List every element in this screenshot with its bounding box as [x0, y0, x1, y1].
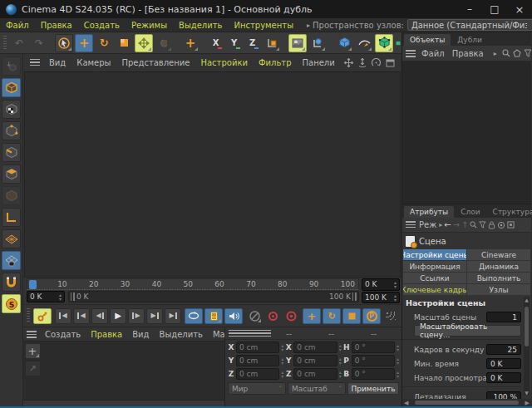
spline-pen-button[interactable]	[355, 34, 373, 52]
category-keyframes[interactable]: Ключевые кадры	[403, 284, 466, 295]
partial-tool-button[interactable]	[395, 34, 401, 52]
play-button[interactable]: ▶	[110, 308, 126, 324]
live-selection-button[interactable]	[55, 34, 73, 52]
vp-menu-panels[interactable]: Панели	[298, 58, 340, 67]
hamburger-icon[interactable]	[406, 221, 416, 229]
filter-icon[interactable]	[524, 49, 532, 57]
horizontal-scrollbar[interactable]: ◀▶	[402, 399, 531, 406]
polygons-mode-button[interactable]	[2, 165, 21, 184]
menu-modes[interactable]: Режимы	[126, 21, 173, 30]
min-time-input[interactable]: 0 K	[486, 358, 521, 369]
category-references[interactable]: Ссылки	[403, 273, 466, 283]
scale-tool-button[interactable]	[115, 34, 133, 52]
key-rotation-toggle[interactable]: ↻	[323, 308, 341, 324]
level-of-detail-input[interactable]: 100 %	[486, 391, 521, 399]
disabled-tool-button[interactable]	[155, 34, 173, 52]
home-path-icon[interactable]	[513, 49, 521, 57]
obj-menu-edit[interactable]: Правка	[450, 49, 486, 58]
menu-create[interactable]: Создать	[78, 21, 126, 30]
axis-y-lock-button[interactable]: Y	[226, 34, 243, 52]
tab-structure[interactable]: Структура	[487, 206, 532, 218]
current-frame-spinbox[interactable]: 0 K▴▾	[362, 278, 400, 291]
maximize-view-icon[interactable]	[386, 59, 395, 67]
submenu-arrow-icon[interactable]: ▸	[494, 50, 497, 57]
primitive-cube-button[interactable]	[335, 34, 353, 52]
undo-button[interactable]: ↶	[10, 34, 28, 52]
search-icon[interactable]	[470, 221, 477, 229]
hamburger-icon[interactable]	[406, 50, 416, 57]
tab-layers[interactable]: Слои	[455, 206, 485, 218]
mat-menu-select[interactable]: Выделить	[155, 330, 208, 339]
loop-mode-button[interactable]	[185, 308, 203, 324]
min-frame-spinbox[interactable]: 0 K▴▾	[27, 291, 65, 302]
move-tool-button[interactable]: +	[75, 34, 93, 52]
coordinate-system-button[interactable]	[263, 34, 281, 52]
playbar-drag-handle[interactable]	[27, 308, 30, 323]
dolly-camera-icon[interactable]	[358, 58, 367, 67]
tab-objects[interactable]: Объекты	[404, 34, 451, 46]
redo-button[interactable]: ↷	[30, 34, 48, 52]
maximize-button[interactable]: □	[482, 0, 507, 18]
preview-range-slider[interactable]: 0 K 100 K	[68, 291, 359, 302]
fps-input[interactable]: 25	[486, 344, 521, 355]
category-nodes[interactable]: Узлы	[467, 284, 530, 295]
hamburger-icon[interactable]	[27, 331, 37, 338]
apply-button[interactable]: Применить	[347, 382, 399, 395]
scale-scene-button[interactable]: Масштабировать сцену...	[414, 325, 521, 337]
vp-menu-filter[interactable]: Фильтр	[254, 58, 297, 67]
selected-object-row[interactable]: Сцена	[402, 233, 531, 249]
range-end-handle[interactable]	[352, 292, 357, 301]
size-x-input[interactable]: 0 cm	[293, 342, 337, 353]
mode-menu[interactable]: Реж	[418, 220, 437, 229]
rot-b-input[interactable]: 0 °	[352, 368, 395, 380]
vertical-scrollbar[interactable]: ▲▼	[524, 297, 530, 396]
axis-x-lock-button[interactable]: X	[208, 34, 224, 52]
snap-magnet-button[interactable]	[2, 273, 21, 292]
vp-menu-display[interactable]: Представление	[116, 58, 195, 67]
open-material-button[interactable]: ↗	[25, 361, 41, 376]
end-frame-spinbox[interactable]: 100 K▴▾	[362, 292, 400, 304]
modeling-cube-button[interactable]	[375, 34, 393, 52]
tab-takes[interactable]: Дубли	[451, 34, 488, 46]
next-frame-button[interactable]: ▶	[128, 308, 145, 324]
uv-mode-button[interactable]	[2, 186, 21, 205]
scrollbar-thumb[interactable]	[415, 401, 518, 405]
last-tool-button[interactable]	[135, 34, 153, 52]
add-material-button[interactable]: +	[25, 343, 41, 359]
axis-z-lock-button[interactable]: Z	[244, 34, 261, 52]
history-forward-icon[interactable]: →	[453, 220, 460, 229]
search-icon[interactable]	[502, 49, 510, 57]
quantize-snap-button[interactable]: S	[2, 294, 21, 313]
hamburger-icon[interactable]	[30, 59, 40, 66]
category-cineware[interactable]: Cineware	[467, 249, 530, 260]
range-start-handle[interactable]	[71, 292, 75, 301]
timeline-playhead[interactable]	[29, 280, 37, 289]
category-dynamics[interactable]: Динамика	[467, 261, 530, 272]
render-view-button[interactable]	[288, 34, 307, 52]
vp-menu-options[interactable]: Настройки	[195, 58, 252, 67]
next-key-button[interactable]: ▶	[146, 308, 163, 324]
orbit-camera-icon[interactable]	[372, 58, 381, 67]
prev-key-button[interactable]: ◀	[73, 308, 90, 324]
rot-p-input[interactable]: 0 °	[352, 355, 395, 366]
make-editable-button[interactable]	[2, 57, 21, 76]
key-position-toggle[interactable]: +	[303, 308, 321, 324]
category-scene-settings[interactable]: Настройки сцены	[403, 249, 466, 260]
object-list[interactable]	[402, 61, 531, 204]
sound-button[interactable]	[224, 308, 243, 324]
tab-attributes[interactable]: Атрибуты	[404, 206, 454, 218]
close-button[interactable]: ×	[507, 0, 532, 18]
menu-file[interactable]: Файл	[0, 21, 35, 30]
rot-h-input[interactable]: 0 °	[352, 342, 395, 353]
points-mode-button[interactable]	[2, 121, 21, 140]
filter-icon[interactable]	[479, 221, 486, 229]
obj-menu-file[interactable]: Файл	[419, 49, 447, 58]
history-back-icon[interactable]: ←	[444, 220, 451, 229]
key-pla-toggle[interactable]	[382, 308, 399, 324]
parent-up-icon[interactable]: ↑	[461, 220, 468, 229]
category-execute[interactable]: Выполнить	[467, 273, 530, 283]
workplane-button[interactable]	[2, 229, 21, 248]
target-icon[interactable]	[497, 221, 505, 229]
edges-mode-button[interactable]	[2, 143, 21, 162]
key-scale-toggle[interactable]	[342, 308, 361, 324]
